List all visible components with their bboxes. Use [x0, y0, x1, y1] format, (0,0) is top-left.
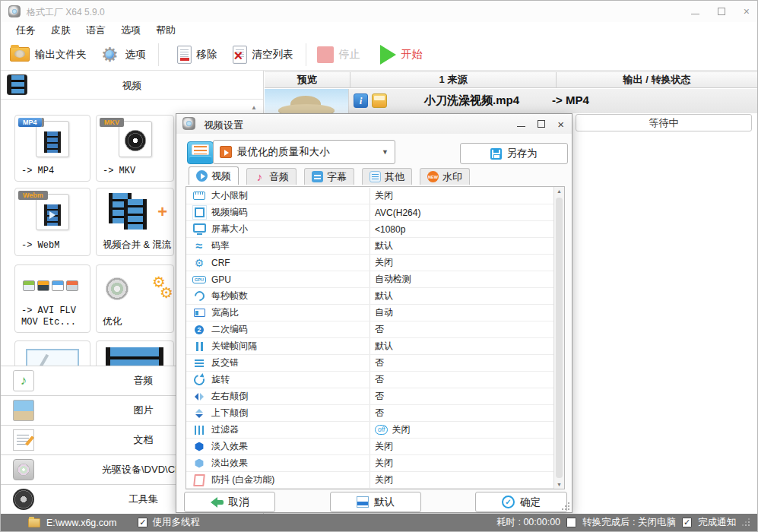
default-button[interactable]: 默认: [330, 492, 421, 512]
setting-value[interactable]: 否: [375, 373, 384, 386]
queue-row[interactable]: i 小刀洗澡视频.mp4 -> MP4: [265, 89, 757, 113]
setting-row-aspect[interactable]: 宽高比自动: [186, 305, 553, 321]
clear-list-button[interactable]: 清空列表: [233, 46, 293, 64]
format-card-3[interactable]: +视频合并 & 混流: [96, 188, 174, 256]
dialog-minimize-button[interactable]: [517, 126, 525, 127]
format-card-2[interactable]: Webm-> WebM: [14, 188, 90, 256]
setting-row-flip-v[interactable]: 上下颠倒否: [186, 405, 553, 422]
column-divider: [369, 472, 370, 488]
menu-item-3[interactable]: 选项: [119, 24, 142, 37]
tab-subtitle[interactable]: 字幕: [304, 168, 354, 185]
setting-row-stabilize[interactable]: 防抖 (白金功能)关闭: [186, 472, 553, 489]
setting-row-fade-out[interactable]: 淡出效果关闭: [186, 455, 553, 472]
scrollbar-thumb[interactable]: [556, 198, 563, 478]
setting-row-chip[interactable]: 视频编码AVC(H264): [186, 204, 553, 221]
sidebar-header-video[interactable]: 视频: [1, 71, 263, 100]
setting-label: 淡入效果: [211, 440, 248, 453]
setting-value[interactable]: 关闭: [375, 189, 393, 202]
setting-value[interactable]: AVC(H264): [375, 207, 420, 218]
setting-value[interactable]: 否: [375, 407, 384, 420]
default-icon: [357, 496, 369, 508]
dialog-close-button[interactable]: ×: [557, 119, 564, 130]
status-bar: E:\www.x6g.com ✓ 使用多线程 耗时 : 00:00:00 转换完…: [1, 514, 757, 531]
column-source[interactable]: 1 来源: [350, 72, 556, 87]
minimize-button[interactable]: [691, 14, 699, 14]
menu-item-4[interactable]: 帮助: [154, 24, 177, 37]
output-format: -> MP4: [552, 93, 589, 106]
setting-row-filter[interactable]: 过滤器off关闭: [186, 422, 553, 439]
setting-row-fps[interactable]: 每秒帧数默认: [186, 288, 553, 305]
dialog-resize-grip[interactable]: [562, 502, 569, 510]
setting-row-monitor[interactable]: 屏幕大小<1080p: [186, 221, 553, 238]
close-button[interactable]: ×: [744, 6, 750, 17]
dialog-maximize-button[interactable]: [538, 120, 545, 128]
scroll-down-icon[interactable]: ▼: [554, 482, 564, 487]
dialog-title-bar[interactable]: 视频设置 ×: [176, 114, 572, 134]
settings-scrollbar[interactable]: ▲ ▼: [553, 187, 564, 489]
save-as-button[interactable]: 另存为: [460, 143, 568, 164]
dialog-logo-icon: [182, 117, 195, 130]
video-preview-thumbnail[interactable]: [265, 89, 349, 113]
preset-dropdown[interactable]: 最优化的质量和大小 ▼: [213, 140, 395, 164]
format-card-1[interactable]: MKV-> MKV: [96, 115, 174, 182]
setting-row-deinterlace[interactable]: 反交错否: [186, 355, 553, 372]
setting-row-ruler[interactable]: 大小限制关闭: [186, 188, 553, 204]
setting-value[interactable]: 否: [375, 323, 384, 336]
open-folder-icon[interactable]: [372, 93, 387, 108]
tab-audio[interactable]: 音频: [246, 168, 297, 185]
stop-button[interactable]: 停止: [317, 46, 360, 63]
maximize-button[interactable]: [718, 8, 725, 15]
tab-watermark[interactable]: 水印: [420, 168, 470, 185]
setting-row-gpu[interactable]: GPU自动检测: [186, 271, 553, 288]
output-folder-button[interactable]: 输出文件夹: [10, 47, 87, 62]
setting-value[interactable]: off关闭: [375, 423, 410, 436]
setting-value[interactable]: 关闭: [375, 440, 393, 453]
shutdown-after-checkbox[interactable]: [566, 518, 576, 527]
menu-item-1[interactable]: 皮肤: [49, 24, 72, 37]
save-as-label: 另存为: [506, 147, 538, 160]
setting-value[interactable]: 默认: [375, 239, 393, 252]
menu-item-2[interactable]: 语言: [84, 24, 107, 37]
remove-button[interactable]: 移除: [177, 46, 217, 64]
setting-value[interactable]: 否: [375, 356, 384, 369]
setting-row-gear[interactable]: CRF关闭: [186, 255, 553, 271]
setting-value-text: 关闭: [375, 457, 393, 470]
setting-row-two[interactable]: 二次编码否: [186, 321, 553, 338]
setting-value[interactable]: 默认: [375, 290, 393, 302]
setting-row-rotate[interactable]: 旋转否: [186, 372, 553, 388]
info-icon[interactable]: i: [354, 93, 368, 108]
setting-value[interactable]: 自动检测: [375, 273, 411, 286]
sidebar-scroll-up-icon[interactable]: ▲: [251, 104, 257, 111]
setting-value[interactable]: 否: [375, 390, 384, 403]
setting-value[interactable]: 关闭: [375, 256, 393, 269]
ok-button[interactable]: 确定: [475, 492, 567, 512]
setting-value[interactable]: 自动: [375, 306, 393, 319]
scroll-up-icon[interactable]: ▲: [554, 188, 564, 194]
output-path[interactable]: E:\www.x6g.com: [46, 518, 116, 528]
multithread-checkbox[interactable]: ✓: [138, 518, 147, 527]
cancel-button[interactable]: 取消: [184, 492, 275, 512]
setting-label: 过滤器: [211, 423, 239, 436]
options-button[interactable]: 选项: [100, 45, 146, 65]
setting-row-waves[interactable]: 码率默认: [186, 238, 553, 255]
setting-value[interactable]: <1080p: [375, 224, 405, 235]
setting-row-fade-in[interactable]: 淡入效果关闭: [186, 439, 553, 455]
format-card-0[interactable]: MP4-> MP4: [14, 115, 90, 182]
start-button[interactable]: 开始: [380, 45, 423, 65]
column-output-state[interactable]: 输出 / 转换状态: [556, 72, 757, 87]
menu-item-0[interactable]: 任务: [14, 24, 37, 37]
column-preview[interactable]: 预览: [265, 72, 350, 87]
format-card-4[interactable]: -> AVI FLV MOV Etc...: [14, 264, 90, 333]
notify-label: 完成通知: [698, 516, 736, 529]
format-card-5[interactable]: ⚙优化: [96, 264, 174, 333]
setting-value[interactable]: 关闭: [375, 457, 393, 470]
notify-checkbox[interactable]: ✓: [682, 518, 692, 527]
output-path-folder-icon[interactable]: [28, 518, 40, 527]
tab-video[interactable]: 视频: [189, 166, 239, 185]
tab-other[interactable]: 其他: [362, 168, 412, 185]
setting-row-keyframe[interactable]: 关键帧间隔默认: [186, 338, 553, 355]
setting-value[interactable]: 默认: [375, 340, 393, 353]
setting-value[interactable]: 关闭: [375, 473, 393, 486]
setting-row-flip-h[interactable]: 左右颠倒否: [186, 388, 553, 405]
window-resize-grip[interactable]: [742, 519, 750, 527]
